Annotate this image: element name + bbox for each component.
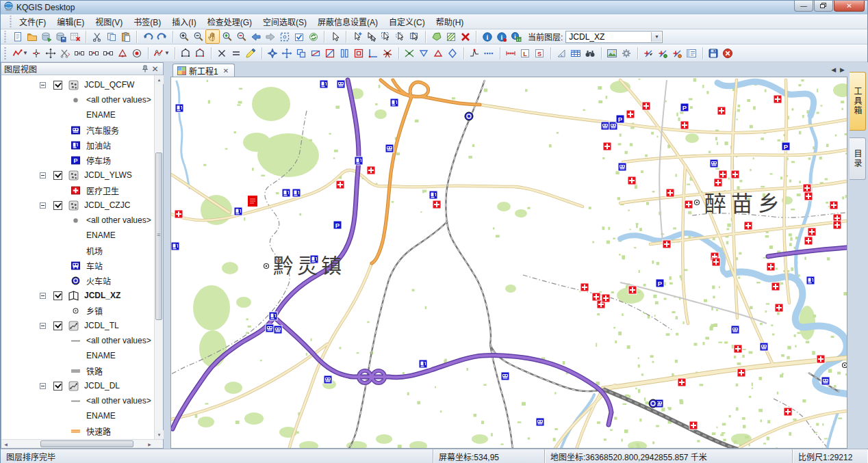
paste-button[interactable] — [118, 29, 133, 44]
layer-item-jcdl_qcfw[interactable]: JCDL_QCFW — [1, 77, 154, 92]
move-feature-button[interactable] — [280, 46, 294, 60]
menu-g[interactable]: 检查处理(G) — [202, 14, 257, 29]
draw-polygon-free-button[interactable] — [193, 46, 207, 60]
navigate-button[interactable] — [266, 46, 280, 60]
restore-button[interactable] — [814, 1, 833, 12]
parallel-copy-button[interactable] — [337, 46, 352, 60]
map-document-tab[interactable]: 新工程1 ✕ — [173, 64, 235, 77]
image-view-button[interactable] — [605, 46, 620, 60]
segment-merge-button[interactable] — [87, 46, 101, 60]
vertical-scroll-thumb[interactable] — [155, 153, 162, 320]
measure-distance-button[interactable] — [504, 46, 518, 60]
identify-selected-button[interactable]: i — [494, 29, 509, 44]
menu-a[interactable]: 屏蔽信息设置(A) — [312, 14, 383, 29]
close-table-button[interactable] — [68, 29, 82, 44]
select-by-polygon-button[interactable] — [429, 29, 444, 44]
pan-button[interactable] — [205, 29, 220, 44]
sketch-highlighter-button[interactable] — [244, 46, 258, 60]
layer-checkbox[interactable] — [53, 291, 62, 300]
legend-item-[interactable]: 车站 — [1, 258, 154, 273]
legend-item-[interactable]: 铁路 — [1, 363, 154, 378]
horizontal-scroll-thumb[interactable] — [40, 440, 133, 447]
legend-item-allothervalues[interactable]: <all other values> — [1, 333, 154, 348]
tab-close-icon[interactable]: ✕ — [222, 67, 230, 75]
current-layer-combobox[interactable]: JCDL_XZ▼ — [565, 31, 663, 43]
layer-checkbox[interactable] — [53, 171, 62, 180]
layer-checkbox[interactable] — [53, 382, 62, 391]
zoom-in-button[interactable] — [177, 29, 191, 44]
select-by-box-button[interactable] — [379, 29, 393, 44]
undo-button[interactable] — [140, 29, 155, 44]
pin-icon[interactable] — [140, 64, 150, 74]
legend-item-[interactable]: 快速路 — [1, 423, 154, 438]
pointer-button[interactable] — [328, 29, 342, 44]
layer-checkbox[interactable] — [53, 201, 62, 210]
explode-feature-button[interactable] — [381, 46, 395, 60]
layer-checkbox[interactable] — [53, 321, 62, 330]
view-check-button[interactable] — [292, 29, 306, 44]
zoom-extent-button[interactable] — [277, 29, 292, 44]
legend-item-[interactable]: 加油站 — [1, 137, 154, 153]
dock-tab-catalog[interactable]: 目录 — [850, 137, 866, 180]
legend-item-ename[interactable]: ENAME — [1, 107, 154, 122]
expander-icon[interactable] — [40, 383, 46, 389]
label-s-button[interactable]: S — [533, 46, 547, 60]
layer-tree-vertical-scrollbar[interactable]: ▲ ▼ — [154, 75, 163, 439]
split-cross-button[interactable] — [403, 46, 417, 60]
minimize-button[interactable]: — — [794, 1, 813, 12]
settings-button[interactable] — [620, 46, 634, 60]
layer-item-jcdl_xz[interactable]: JCDL_XZ — [1, 288, 154, 303]
menu-e[interactable]: 编辑(E) — [51, 14, 90, 29]
layer-item-jcdl_tl[interactable]: JCDL_TL — [1, 318, 154, 333]
expander-icon[interactable] — [40, 323, 46, 329]
next-view-button[interactable] — [263, 29, 277, 44]
cut-feature-button[interactable] — [58, 46, 73, 60]
label-l-button[interactable]: L — [518, 46, 533, 60]
dropdown-arrow-icon[interactable]: ▼ — [164, 50, 170, 56]
record-vertex-button[interactable] — [130, 46, 144, 60]
flip-up-button[interactable] — [431, 46, 446, 60]
legend-item-allothervalues[interactable]: <all other values> — [1, 393, 154, 408]
combobox-arrow-icon[interactable]: ▼ — [651, 32, 661, 42]
expander-icon[interactable] — [40, 293, 46, 299]
scroll-right-icon[interactable]: ▶ — [145, 440, 154, 449]
grid-table-button[interactable] — [569, 46, 583, 60]
densify-points-button[interactable] — [482, 46, 496, 60]
open-folder-button[interactable] — [25, 29, 39, 44]
save-edits-button[interactable] — [706, 46, 721, 60]
search-features-button[interactable] — [583, 46, 598, 60]
flip-down-button[interactable] — [417, 46, 431, 60]
tab-scroll-left-icon[interactable]: ◀ — [831, 66, 836, 73]
diamond-tool-button[interactable] — [446, 46, 460, 60]
menu-c[interactable]: 自定义(C) — [383, 14, 431, 29]
snap-point-button[interactable] — [641, 46, 656, 60]
legend-item-allothervalues[interactable]: <all other values> — [1, 92, 154, 107]
layer-item-jcdl_czjc[interactable]: JCDL_CZJC — [1, 198, 154, 213]
snap-node-button[interactable] — [656, 46, 670, 60]
expander-icon[interactable] — [40, 172, 46, 178]
tab-scroll-right-icon[interactable]: ▶ — [840, 66, 845, 73]
cut-button[interactable] — [90, 29, 104, 44]
legend-item-[interactable]: 医疗卫生 — [1, 183, 154, 198]
expander-icon[interactable] — [40, 202, 46, 209]
refresh-map-button[interactable] — [306, 29, 320, 44]
scroll-down-icon[interactable]: ▼ — [155, 430, 164, 439]
scroll-left-icon[interactable]: ◀ — [1, 440, 10, 449]
measure-angle-button[interactable] — [554, 46, 569, 60]
segment-split-button[interactable] — [73, 46, 87, 60]
right-angle-button[interactable] — [366, 46, 381, 60]
select-by-window-button[interactable] — [407, 29, 422, 44]
snap-end-button[interactable] — [670, 46, 685, 60]
copy-button[interactable] — [104, 29, 118, 44]
layer-checkbox[interactable] — [53, 81, 62, 90]
clear-selection-button[interactable] — [458, 29, 472, 44]
menu-b[interactable]: 书签(B) — [128, 14, 166, 29]
legend-item-[interactable]: 机场 — [1, 243, 154, 258]
select-features-button[interactable] — [350, 29, 364, 44]
segment-extend-button[interactable] — [101, 46, 116, 60]
equal-divide-button[interactable] — [229, 46, 244, 60]
map-canvas[interactable]: 黔灵镇醉苗乡PPPPP — [170, 77, 847, 449]
legend-item-[interactable]: 乡镇 — [1, 303, 154, 318]
move-node-button[interactable] — [44, 46, 58, 60]
identify-button[interactable]: i — [480, 29, 494, 44]
